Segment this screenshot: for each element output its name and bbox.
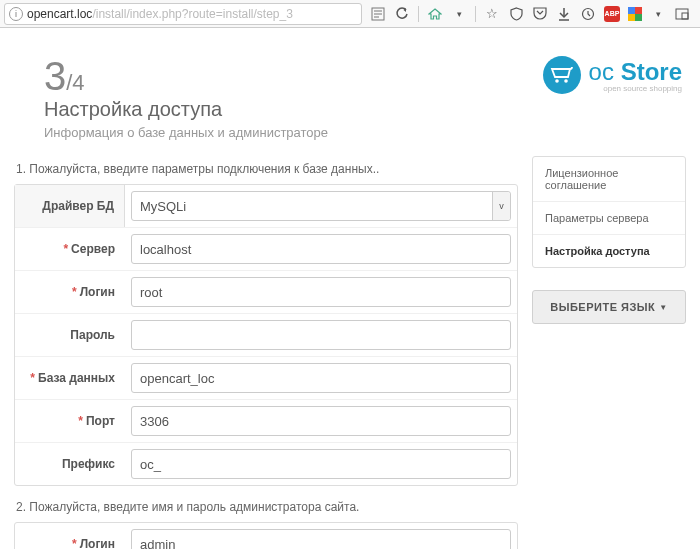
prefix-input[interactable] <box>131 449 511 479</box>
shield-icon[interactable] <box>508 6 524 22</box>
caret-down-icon: ▼ <box>659 303 667 312</box>
page-title: Настройка доступа <box>44 98 328 121</box>
browser-actions: ▾ ☆ ABP ▾ <box>364 6 696 22</box>
svg-marker-5 <box>429 9 441 19</box>
header-text: 3/4 Настройка доступа Информация о базе … <box>44 56 328 140</box>
row-driver: Драйвер БД MySQLi v <box>15 185 517 227</box>
step-current: 3 <box>44 54 66 98</box>
db-input[interactable] <box>131 363 511 393</box>
page-content: 3/4 Настройка доступа Информация о базе … <box>0 28 700 549</box>
reader-icon[interactable] <box>370 6 386 22</box>
page-description: Информация о базе данных и администратор… <box>44 125 328 140</box>
step-indicator: 3/4 <box>44 56 328 96</box>
row-port: *Порт <box>15 399 517 442</box>
label-port: *Порт <box>15 400 125 442</box>
nav-item-server[interactable]: Параметры сервера <box>533 202 685 235</box>
label-prefix: Префикс <box>15 443 125 485</box>
user-input[interactable] <box>131 277 511 307</box>
row-host: *Сервер <box>15 227 517 270</box>
label-driver: Драйвер БД <box>15 185 125 227</box>
browser-toolbar: i opencart.loc/install/index.php?route=i… <box>0 0 700 28</box>
url-text: opencart.loc/install/index.php?route=ins… <box>27 7 357 21</box>
logo: oc Store open source shopping <box>543 56 682 94</box>
label-db: *База данных <box>15 357 125 399</box>
page-header: 3/4 Настройка доступа Информация о базе … <box>14 48 686 156</box>
password-input[interactable] <box>131 320 511 350</box>
nav-item-access[interactable]: Настройка доступа <box>533 235 685 267</box>
row-admin-login: *Логин <box>15 523 517 549</box>
section2-title: 2. Пожалуйста, введите имя и пароль адми… <box>16 500 518 514</box>
host-input[interactable] <box>131 234 511 264</box>
db-form: Драйвер БД MySQLi v *Сервер *Логин <box>14 184 518 486</box>
driver-select[interactable]: MySQLi <box>131 191 511 221</box>
step-total: /4 <box>66 70 84 95</box>
port-input[interactable] <box>131 406 511 436</box>
dev-icon[interactable] <box>674 6 690 22</box>
admin-form: *Логин <box>14 522 518 549</box>
steps-nav: Лицензионное соглашение Параметры сервер… <box>532 156 686 268</box>
language-button[interactable]: ВЫБЕРИТЕ ЯЗЫК▼ <box>532 290 686 324</box>
svg-point-12 <box>564 79 568 83</box>
google-icon[interactable] <box>628 7 642 21</box>
svg-rect-10 <box>682 13 688 19</box>
svg-point-11 <box>555 79 559 83</box>
dropdown2-icon[interactable]: ▾ <box>650 6 666 22</box>
label-user: *Логин <box>15 271 125 313</box>
logo-text: oc Store <box>589 58 682 86</box>
dropdown-icon[interactable]: ▾ <box>451 6 467 22</box>
row-db: *База данных <box>15 356 517 399</box>
logo-icon <box>543 56 581 94</box>
label-admin-login: *Логин <box>15 523 125 549</box>
info-icon: i <box>9 7 23 21</box>
reload-icon[interactable] <box>394 6 410 22</box>
admin-login-input[interactable] <box>131 529 511 549</box>
history-icon[interactable] <box>580 6 596 22</box>
row-password: Пароль <box>15 313 517 356</box>
row-user: *Логин <box>15 270 517 313</box>
section1-title: 1. Пожалуйста, введите параметры подключ… <box>16 162 518 176</box>
label-password: Пароль <box>15 314 125 356</box>
home-icon[interactable] <box>427 6 443 22</box>
download-icon[interactable] <box>556 6 572 22</box>
pocket-icon[interactable] <box>532 6 548 22</box>
label-host: *Сервер <box>15 228 125 270</box>
abp-icon[interactable]: ABP <box>604 6 620 22</box>
logo-subtext: open source shopping <box>589 84 682 93</box>
url-bar[interactable]: i opencart.loc/install/index.php?route=i… <box>4 3 362 25</box>
nav-item-license[interactable]: Лицензионное соглашение <box>533 157 685 202</box>
star-icon[interactable]: ☆ <box>484 6 500 22</box>
row-prefix: Префикс <box>15 442 517 485</box>
